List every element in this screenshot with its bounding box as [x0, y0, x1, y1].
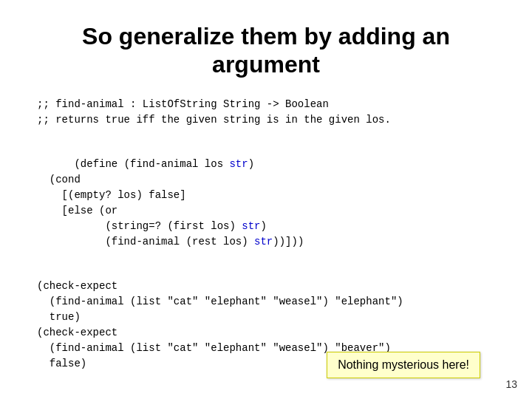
str-param1: str — [229, 158, 248, 170]
slide: So generalize them by adding an argument… — [0, 0, 532, 399]
comment-line2: ;; returns true iff the given string is … — [37, 112, 495, 128]
tooltip-box: Nothing mysterious here! — [327, 352, 480, 378]
comments-section: ;; find-animal : ListOfString String -> … — [37, 97, 495, 128]
define-text: (define (find-animal los — [74, 158, 229, 170]
str-param2: str — [242, 220, 260, 232]
slide-number: 13 — [505, 378, 517, 390]
define-text4: ))])) — [273, 236, 304, 248]
slide-title: So generalize them by adding an argument — [37, 22, 495, 79]
define-section: (define (find-animal los str) (cond [(em… — [37, 141, 495, 265]
tooltip-text: Nothing mysterious here! — [338, 358, 469, 371]
define-code: (define (find-animal los str) (cond [(em… — [37, 141, 495, 265]
comment-line1: ;; find-animal : ListOfString String -> … — [37, 97, 495, 112]
str-param3: str — [254, 236, 273, 248]
